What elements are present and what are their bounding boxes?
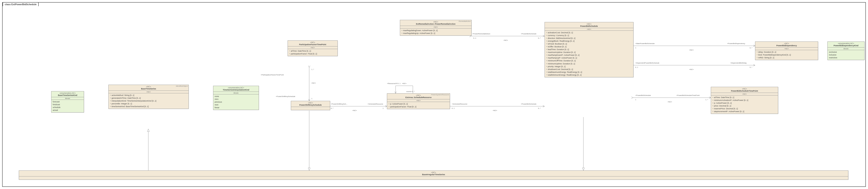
class-pbstp: «NC»PowerBidScheduleTimePoint «NC» atTim… <box>711 87 778 114</box>
diagram-frame: class ExtPowerBidSchedule <box>2 2 866 187</box>
class-psks: «NC»PowerShiftKeySchedule <box>291 101 330 110</box>
lbl-pftp: +ParticipationFactorTimePoint <box>260 74 284 76</box>
class-pbdep: «NC»PowerBidDependency «NC» delay: Durat… <box>755 41 818 60</box>
class-powerra: RemedialAction «NC»ExtRemedialAction::Po… <box>400 20 471 36</box>
class-pbsched: «NC»PowerBidSchedule «NC» activationCost… <box>545 22 633 77</box>
literals-label: literals <box>52 97 84 100</box>
class-baseirr: «NC»BaseIrregularTimeSeries <box>19 170 848 180</box>
class-basetimeseries: IdentifiedObject «NC»BaseTimeSeries «NC»… <box>108 85 189 109</box>
stereo-nc: «NC» <box>108 91 188 93</box>
frame-title: class ExtPowerBidSchedule <box>3 2 39 6</box>
enum-tsinterp: «enumeration,NC»TimeSeriesInterpolationK… <box>213 86 259 110</box>
parent-label: IdentifiedObject <box>175 85 188 87</box>
enum-pbdepkind: «enumeration,NC»PowerBidDependencyKind l… <box>828 41 865 60</box>
enum-basetimeserieskind: «enumeration,NC»BaseTimeSeriesKind liter… <box>51 91 84 113</box>
class-schedres: PowerSystemResource «NC»ExtArea::Schedul… <box>387 93 450 109</box>
class-pftimepoint: «NC»ParticipationFactorTimePoint «NC» at… <box>288 40 338 56</box>
